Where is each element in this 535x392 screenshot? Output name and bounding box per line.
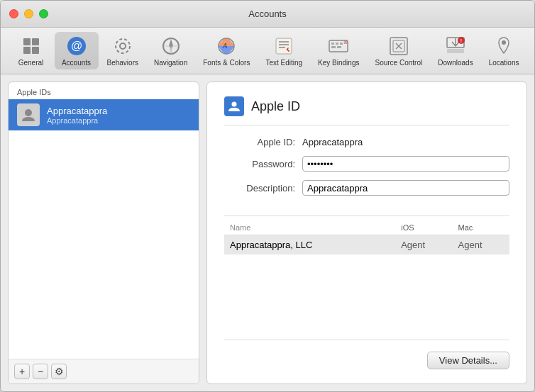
svg-point-6: [120, 43, 126, 49]
svg-rect-16: [276, 38, 292, 54]
col-header-ios: iOS: [395, 222, 452, 235]
apple-id-value: Appracatappra: [302, 137, 363, 147]
account-sub: Appracatappra: [47, 116, 107, 125]
row-ios: Agent: [395, 235, 452, 255]
svg-rect-26: [337, 46, 341, 48]
close-button[interactable]: [9, 9, 18, 18]
compass-icon: [160, 35, 182, 57]
toolbar-label-navigation: Navigation: [154, 59, 187, 67]
downloads-icon: !: [444, 35, 467, 57]
toolbar-label-fonts-colors: Fonts & Colors: [203, 59, 250, 67]
text-edit-icon: [272, 35, 295, 57]
window-title: Accounts: [248, 9, 286, 19]
location-icon: [492, 35, 515, 57]
svg-rect-3: [32, 47, 39, 54]
account-list: Appracatappra Appracatappra: [9, 99, 199, 359]
toolbar-item-text-editing[interactable]: Text Editing: [258, 32, 309, 69]
add-account-button[interactable]: +: [14, 364, 30, 379]
account-name: Appracatappra: [47, 106, 107, 116]
maximize-button[interactable]: [39, 9, 48, 18]
svg-rect-24: [340, 43, 343, 45]
apple-id-row: Apple ID: Appracatappra: [224, 137, 509, 147]
panel-footer: + − ⚙: [9, 359, 199, 383]
toolbar-item-key-bindings[interactable]: ⌘ Key Bindings: [311, 32, 366, 69]
toolbar-item-fonts-colors[interactable]: A Fonts & Colors: [196, 32, 257, 69]
description-input[interactable]: [302, 180, 509, 196]
toolbar-item-accounts[interactable]: @ Accounts: [55, 32, 99, 69]
toolbar-item-source-control[interactable]: Source Control: [368, 32, 429, 69]
svg-rect-2: [23, 47, 31, 54]
keyboard-icon: ⌘: [327, 35, 350, 57]
apple-id-icon: [224, 96, 244, 116]
titlebar: Accounts: [1, 1, 534, 28]
toolbar-item-general[interactable]: General: [9, 32, 53, 69]
main-content: Apple IDs Appracatappra Appracatappra: [1, 74, 534, 391]
toolbar-item-downloads[interactable]: ! Downloads: [431, 32, 480, 69]
toolbar-label-key-bindings: Key Bindings: [318, 59, 359, 67]
panel-title-row: Apple ID: [224, 96, 509, 125]
left-panel: Apple IDs Appracatappra Appracatappra: [8, 82, 199, 384]
svg-text:A: A: [222, 42, 228, 50]
avatar: [17, 103, 40, 126]
row-name: Appracatappra, LLC: [224, 235, 395, 255]
toolbar-label-locations: Locations: [489, 59, 519, 67]
account-item[interactable]: Appracatappra Appracatappra: [9, 99, 199, 130]
source-icon: [387, 35, 410, 57]
svg-rect-1: [32, 38, 39, 45]
toolbar-item-locations[interactable]: Locations: [482, 32, 526, 69]
toolbar: General @ Accounts Behaviors: [1, 28, 534, 74]
toolbar-label-behaviors: Behaviors: [107, 59, 138, 67]
svg-rect-32: [447, 49, 464, 53]
window-controls: [9, 9, 48, 18]
bottom-row: View Details...: [224, 340, 509, 369]
table-row[interactable]: Appracatappra, LLC Agent Agent: [224, 235, 509, 255]
password-label: Password:: [224, 159, 295, 169]
svg-point-39: [232, 102, 237, 107]
col-header-name: Name: [224, 222, 395, 235]
password-row: Password:: [224, 156, 509, 172]
toolbar-label-general: General: [18, 59, 44, 67]
right-panel: Apple ID Apple ID: Appracatappra Passwor…: [206, 82, 527, 384]
svg-rect-23: [336, 43, 338, 45]
toolbar-item-behaviors[interactable]: Behaviors: [100, 32, 145, 69]
svg-text:!: !: [460, 38, 462, 43]
row-mac: Agent: [453, 235, 509, 255]
description-label: Description:: [224, 183, 295, 194]
toolbar-label-downloads: Downloads: [438, 59, 473, 67]
panel-title: Apple ID: [251, 99, 300, 114]
svg-point-37: [502, 40, 506, 45]
description-row: Description:: [224, 180, 509, 196]
apple-id-label: Apple ID:: [224, 137, 295, 147]
table-section: Name iOS Mac Appracatappra, LLC Agent Ag…: [224, 215, 509, 340]
svg-point-38: [25, 109, 32, 116]
svg-rect-22: [331, 43, 334, 45]
main-window: Accounts General @ Acco: [0, 0, 535, 392]
grid-icon: [20, 35, 43, 57]
svg-rect-0: [23, 38, 31, 45]
toolbar-item-navigation[interactable]: Navigation: [147, 32, 194, 69]
svg-rect-25: [331, 46, 336, 48]
minimize-button[interactable]: [24, 9, 33, 18]
account-info: Appracatappra Appracatappra: [47, 106, 107, 125]
settings-button[interactable]: ⚙: [51, 364, 67, 379]
at-icon: @: [65, 35, 88, 57]
view-details-button[interactable]: View Details...: [427, 352, 509, 369]
svg-point-7: [116, 39, 130, 53]
svg-text:@: @: [70, 40, 82, 52]
toolbar-label-source-control: Source Control: [375, 59, 422, 67]
gear-icon: [111, 35, 134, 57]
left-panel-header: Apple IDs: [9, 82, 199, 99]
accounts-table: Name iOS Mac Appracatappra, LLC Agent Ag…: [224, 222, 509, 254]
palette-icon: A: [215, 35, 238, 57]
col-header-mac: Mac: [453, 222, 509, 235]
table-divider: [224, 215, 509, 216]
remove-account-button[interactable]: −: [33, 364, 48, 379]
password-input[interactable]: [302, 156, 509, 172]
toolbar-label-text-editing: Text Editing: [265, 59, 302, 67]
svg-text:⌘: ⌘: [343, 40, 348, 45]
toolbar-label-accounts: Accounts: [62, 59, 91, 67]
